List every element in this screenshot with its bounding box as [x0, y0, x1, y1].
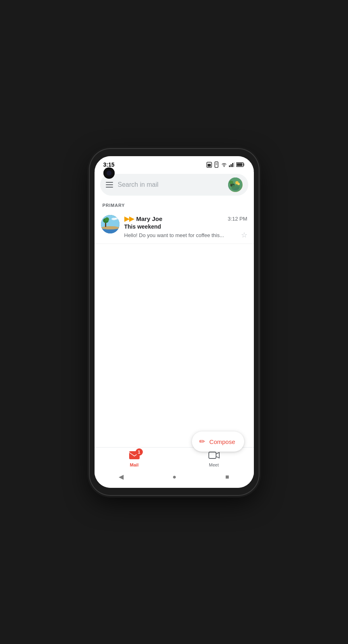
sim-icon	[206, 161, 212, 168]
sender-avatar	[101, 215, 119, 233]
mail-icon-container: 1	[129, 451, 140, 461]
compose-button[interactable]: ✏ Compose	[192, 431, 244, 452]
email-time: 3:12 PM	[228, 216, 247, 222]
wifi-icon	[221, 162, 227, 167]
android-nav: ◀ ● ■	[95, 469, 254, 486]
svg-point-16	[237, 183, 240, 185]
status-bar: 3:15	[95, 156, 254, 171]
category-label: PRIMARY	[95, 197, 254, 211]
svg-point-18	[229, 181, 233, 184]
status-icons	[206, 161, 245, 168]
status-time: 3:15	[103, 161, 115, 168]
svg-rect-11	[237, 163, 242, 166]
compose-label: Compose	[209, 438, 235, 445]
phone-screen: 3:15	[95, 156, 254, 488]
email-preview-row: Hello! Do you want to meet for coffee th…	[124, 231, 247, 239]
search-placeholder: Search in mail	[118, 181, 223, 188]
email-subject: This weekend	[124, 223, 247, 230]
email-sender-row: ▶▶ Mary Joe	[124, 215, 163, 223]
user-avatar[interactable]	[228, 178, 243, 192]
tab-meet[interactable]: Meet	[174, 451, 254, 467]
back-button[interactable]: ◀	[119, 473, 124, 481]
email-list: ▶▶ Mary Joe 3:12 PM This weekend Hello! …	[95, 211, 254, 447]
svg-rect-8	[232, 163, 233, 167]
menu-button[interactable]	[106, 182, 113, 188]
svg-rect-7	[231, 164, 232, 167]
signal-icon	[229, 162, 235, 167]
svg-point-5	[223, 166, 224, 167]
star-button[interactable]: ☆	[241, 231, 247, 239]
email-header: ▶▶ Mary Joe 3:12 PM	[124, 215, 247, 223]
battery-icon	[236, 162, 245, 167]
svg-rect-9	[234, 162, 235, 167]
svg-rect-1	[208, 164, 211, 167]
badge-icon	[214, 161, 219, 168]
svg-rect-30	[209, 452, 216, 458]
search-bar[interactable]: Search in mail	[100, 174, 248, 196]
meet-tab-icon	[208, 451, 220, 461]
svg-rect-6	[229, 165, 230, 167]
mail-badge: 1	[136, 448, 143, 456]
email-preview: Hello! Do you want to meet for coffee th…	[124, 232, 238, 238]
meet-tab-label: Meet	[209, 462, 218, 467]
svg-point-28	[115, 218, 118, 220]
mail-tab-label: Mail	[130, 462, 138, 467]
forward-icon: ▶▶	[124, 215, 134, 223]
video-icon	[208, 451, 220, 460]
email-sender-name: Mary Joe	[136, 215, 163, 222]
camera-notch	[103, 167, 115, 179]
svg-point-26	[105, 217, 109, 221]
mail-tab-icon: 1	[129, 451, 140, 461]
compose-pencil-icon: ✏	[199, 437, 205, 446]
phone-frame: 3:15	[90, 149, 259, 495]
email-item[interactable]: ▶▶ Mary Joe 3:12 PM This weekend Hello! …	[95, 211, 254, 244]
tab-mail[interactable]: 1 Mail	[95, 451, 174, 467]
home-button[interactable]: ●	[173, 473, 177, 481]
nav-tabs: 1 Mail Meet	[95, 451, 254, 469]
recents-button[interactable]: ■	[225, 473, 229, 481]
svg-point-23	[101, 226, 119, 229]
bottom-nav: 1 Mail Meet	[95, 447, 254, 488]
email-content: ▶▶ Mary Joe 3:12 PM This weekend Hello! …	[124, 215, 247, 239]
